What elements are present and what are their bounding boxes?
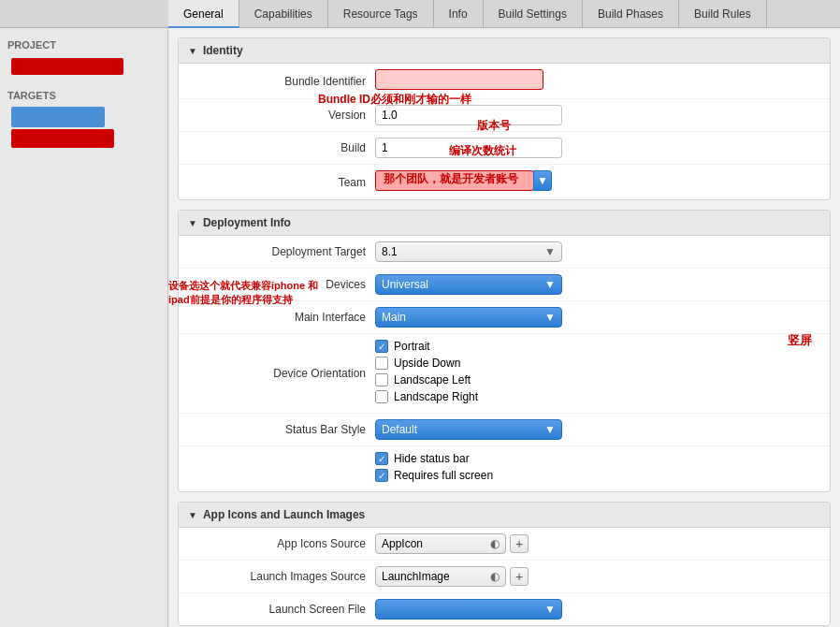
version-row: Version	[179, 99, 830, 132]
landscape-left-checkbox[interactable]	[375, 373, 388, 386]
deployment-title: Deployment Info	[203, 216, 291, 229]
landscape-left-row: Landscape Left	[375, 373, 820, 386]
launch-screen-arrow-icon: ▼	[537, 603, 556, 616]
content-area: ▼ Identity Bundle Identifier Ve	[168, 28, 840, 627]
deployment-section: ▼ Deployment Info Deployment Target 8.1 …	[178, 210, 831, 492]
version-label: Version	[188, 109, 375, 122]
launch-images-value: LaunchImage ◐ +	[375, 566, 820, 587]
app-icons-section-header: ▼ App Icons and Launch Images	[179, 503, 830, 528]
launch-screen-dropdown[interactable]: ▼	[375, 599, 562, 620]
devices-row: Devices Universal ▼	[179, 269, 830, 301]
main-interface-row: Main Interface Main ▼	[179, 301, 830, 334]
app-icons-source-value: AppIcon ◐ +	[375, 533, 820, 554]
main-interface-arrow-icon: ▼	[537, 311, 556, 324]
identity-triangle-icon: ▼	[188, 46, 197, 56]
deployment-triangle-icon: ▼	[188, 218, 197, 228]
landscape-right-label: Landscape Right	[394, 390, 478, 403]
device-orientation-label: Device Orientation	[188, 367, 375, 380]
launch-images-row: Launch Images Source LaunchImage ◐ +	[179, 561, 830, 593]
requires-fullscreen-row: Requires full screen	[375, 469, 820, 482]
deployment-section-header: ▼ Deployment Info	[179, 211, 830, 236]
app-icons-arrow-icon: ◐	[483, 537, 500, 550]
devices-dropdown[interactable]: Universal ▼	[375, 274, 562, 295]
launch-images-arrow-icon: ◐	[483, 570, 500, 583]
main-interface-dropdown[interactable]: Main ▼	[375, 307, 562, 328]
team-input[interactable]	[375, 170, 534, 191]
landscape-left-label: Landscape Left	[394, 373, 471, 386]
version-input[interactable]	[375, 105, 562, 125]
launch-screen-label: Launch Screen File	[188, 603, 375, 616]
sidebar: PROJECT TARGETS	[0, 28, 168, 627]
app-icons-source-label: App Icons Source	[188, 537, 375, 550]
main-interface-label: Main Interface	[188, 311, 375, 324]
content-wrapper: ▼ Identity Bundle Identifier Ve	[168, 28, 840, 627]
app-icons-add-button[interactable]: +	[510, 534, 529, 553]
main-interface-value: Main ▼	[375, 307, 820, 328]
status-bar-label: Status Bar Style	[188, 423, 375, 436]
version-value	[375, 105, 820, 125]
app-icons-section: ▼ App Icons and Launch Images App Icons …	[178, 502, 831, 626]
tab-build-rules[interactable]: Build Rules	[679, 0, 767, 28]
project-item[interactable]	[11, 58, 123, 75]
hide-status-bar-checkbox[interactable]	[375, 452, 388, 465]
team-dropdown[interactable]: ▼	[375, 170, 552, 191]
upside-down-row: Upside Down	[375, 357, 820, 370]
status-bar-arrow-icon: ▼	[537, 423, 556, 436]
bundle-row: Bundle Identifier	[179, 64, 830, 99]
bundle-value	[375, 69, 820, 93]
deployment-target-row: Deployment Target 8.1 ▼	[179, 236, 830, 269]
hide-status-bar-row: Hide status bar	[375, 452, 820, 465]
landscape-right-row: Landscape Right	[375, 390, 820, 403]
devices-value: Universal ▼	[375, 274, 820, 295]
app-icons-source-row: App Icons Source AppIcon ◐ +	[179, 528, 830, 561]
tab-info[interactable]: Info	[434, 0, 484, 28]
bundle-input[interactable]	[375, 69, 543, 90]
tab-capabilities[interactable]: Capabilities	[239, 0, 328, 28]
deployment-target-value: 8.1 ▼	[375, 241, 820, 262]
tab-build-phases[interactable]: Build Phases	[583, 0, 679, 28]
tab-general[interactable]: General	[168, 0, 239, 28]
portrait-row: Portrait	[375, 340, 820, 353]
hide-status-bar-label: Hide status bar	[394, 452, 470, 465]
hide-status-value: Hide status bar Requires full screen	[375, 452, 820, 486]
team-row: Team ▼	[179, 165, 830, 199]
target-item-2[interactable]	[11, 129, 114, 148]
landscape-right-checkbox[interactable]	[375, 390, 388, 403]
app-icons-text: AppIcon	[382, 537, 423, 550]
portrait-checkbox[interactable]	[375, 340, 388, 353]
devices-text: Universal	[382, 278, 428, 291]
status-bar-row: Status Bar Style Default ▼	[179, 414, 830, 446]
app-icons-dropdown[interactable]: AppIcon ◐	[375, 533, 506, 554]
requires-fullscreen-label: Requires full screen	[394, 469, 493, 482]
bundle-label: Bundle Identifier	[188, 75, 375, 88]
tab-build-settings[interactable]: Build Settings	[484, 0, 583, 28]
app-icons-triangle-icon: ▼	[188, 510, 197, 520]
deployment-target-dropdown[interactable]: 8.1 ▼	[375, 241, 562, 262]
launch-images-add-button[interactable]: +	[510, 567, 529, 586]
project-section-label: PROJECT	[0, 36, 167, 54]
build-input[interactable]	[375, 138, 562, 158]
identity-section: ▼ Identity Bundle Identifier Ve	[178, 37, 831, 200]
devices-arrow-icon: ▼	[537, 278, 556, 291]
deployment-target-arrow-icon: ▼	[537, 245, 556, 258]
deployment-target-label: Deployment Target	[188, 245, 375, 258]
launch-screen-row: Launch Screen File ▼	[179, 593, 830, 625]
upside-down-checkbox[interactable]	[375, 357, 388, 370]
device-orientation-row: Device Orientation Portrait Upside Down	[179, 334, 830, 414]
device-orientation-value: Portrait Upside Down Landscape Left	[375, 340, 820, 407]
devices-label: Devices	[188, 278, 375, 291]
launch-images-text: LaunchImage	[382, 570, 450, 583]
requires-fullscreen-checkbox[interactable]	[375, 469, 388, 482]
build-value	[375, 138, 820, 158]
status-bar-dropdown[interactable]: Default ▼	[375, 419, 562, 440]
tab-resource-tags[interactable]: Resource Tags	[328, 0, 434, 28]
portrait-label: Portrait	[394, 340, 430, 353]
launch-images-dropdown[interactable]: LaunchImage ◐	[375, 566, 506, 587]
status-bar-value: Default ▼	[375, 419, 820, 440]
build-row: Build	[179, 132, 830, 165]
launch-images-label: Launch Images Source	[188, 570, 375, 583]
tab-bar: General Capabilities Resource Tags Info …	[0, 0, 840, 28]
app-icons-title: App Icons and Launch Images	[203, 508, 365, 521]
team-arrow-icon[interactable]: ▼	[533, 170, 552, 191]
target-item-selected[interactable]	[11, 107, 105, 127]
